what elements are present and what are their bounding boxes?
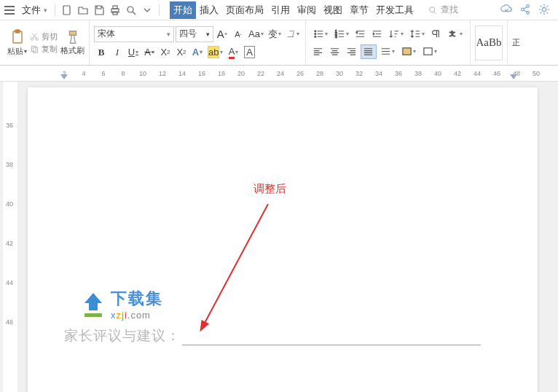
tab-layout[interactable]: 页面布局 [222, 1, 267, 19]
svg-rect-24 [424, 48, 432, 55]
svg-line-25 [204, 204, 268, 324]
underline-button[interactable]: U [126, 45, 141, 60]
svg-point-17 [315, 34, 316, 35]
tab-references[interactable]: 引用 [267, 1, 294, 19]
document-canvas: 363840424446 调整后 下载集 xzji.com 家长评议与建议： [0, 82, 558, 392]
search-placeholder: 查找 [441, 4, 458, 16]
arrow-annotation [195, 197, 297, 335]
text-effect-button[interactable]: A [190, 45, 205, 60]
font-group: 宋体 四号 A+ A- Aa 变 B I U A X2 X2 A ab A A [90, 20, 306, 65]
preview-icon[interactable] [124, 3, 138, 17]
strikethrough-button[interactable]: A [142, 45, 157, 60]
change-case-button[interactable]: Aa [247, 27, 265, 42]
cloud-share-icon[interactable] [519, 3, 532, 16]
paste-button[interactable]: 粘贴 [7, 28, 27, 57]
svg-point-5 [430, 7, 435, 12]
superscript-button[interactable]: X2 [158, 45, 173, 60]
format-painter-button[interactable]: 格式刷 [60, 29, 85, 56]
svg-rect-2 [113, 6, 117, 9]
ribbon: 粘贴 剪切 复制 格式刷 宋体 四号 A+ A- Aa 变 B I U A [0, 20, 558, 66]
svg-text:文: 文 [449, 30, 455, 37]
tab-sections[interactable]: 章节 [346, 1, 372, 19]
tab-developer[interactable]: 开发工具 [372, 1, 417, 19]
highlight-button[interactable]: ab [206, 45, 224, 60]
svg-rect-11 [15, 30, 20, 33]
svg-point-18 [315, 36, 316, 37]
menubar: 文件 开始 插入 页面布局 引用 审阅 视图 章节 开发工具 查找 [0, 0, 558, 20]
vertical-ruler[interactable]: 363840424446 [3, 82, 17, 392]
svg-text:3: 3 [335, 35, 337, 39]
svg-point-9 [542, 7, 546, 11]
increase-indent-button[interactable] [369, 27, 385, 42]
align-left-button[interactable] [310, 44, 326, 59]
svg-rect-0 [63, 6, 70, 15]
styles-group: AaBb [471, 20, 508, 65]
watermark: 下载集 xzji.com [79, 288, 163, 321]
horizontal-ruler[interactable]: 2468101214161820222426283032343638404244… [0, 66, 558, 82]
copy-button[interactable]: 复制 [30, 44, 58, 55]
tab-row: 开始 插入 页面布局 引用 审阅 视图 章节 开发工具 [170, 1, 417, 19]
cloud-sync-icon[interactable] [500, 3, 513, 16]
svg-point-16 [315, 31, 316, 32]
new-doc-icon[interactable] [60, 3, 74, 17]
underline-field[interactable] [182, 332, 481, 345]
style-preview[interactable]: AaBb [475, 26, 503, 60]
cut-button[interactable]: 剪切 [30, 31, 58, 42]
font-name-select[interactable]: 宋体 [94, 26, 174, 42]
svg-point-6 [522, 8, 524, 11]
svg-rect-26 [85, 313, 102, 317]
svg-point-12 [31, 38, 34, 40]
char-border-button[interactable]: A [242, 45, 256, 60]
styles-label: 正 [512, 37, 520, 48]
menu-icon[interactable] [4, 6, 15, 15]
tab-insert[interactable]: 插入 [196, 1, 222, 19]
show-marks-button[interactable] [428, 27, 444, 42]
paragraph-group: 123 文 [306, 20, 471, 65]
align-center-button[interactable] [327, 44, 343, 59]
subscript-button[interactable]: X2 [174, 45, 189, 60]
styles-label-group: 正 [508, 20, 524, 65]
cut-copy: 剪切 复制 [30, 31, 58, 55]
decrease-font-button[interactable]: A- [231, 27, 245, 42]
font-size-select[interactable]: 四号 [176, 26, 213, 42]
download-icon [79, 290, 108, 319]
tab-view[interactable]: 视图 [320, 1, 346, 19]
svg-rect-23 [403, 48, 411, 55]
align-justify-button[interactable] [361, 44, 377, 59]
page[interactable]: 调整后 下载集 xzji.com 家长评议与建议： [28, 87, 538, 392]
align-right-button[interactable] [344, 44, 360, 59]
annotation-text: 调整后 [254, 182, 286, 196]
separator [159, 4, 160, 16]
cloud-settings-icon[interactable] [538, 3, 551, 16]
body-text: 家长评议与建议： [64, 326, 181, 345]
print-icon[interactable] [108, 3, 122, 17]
document-body-line[interactable]: 家长评议与建议： [64, 326, 481, 345]
numbered-list-button[interactable]: 123 [331, 27, 352, 42]
line-spacing-button[interactable] [407, 27, 428, 42]
decrease-indent-button[interactable] [353, 27, 369, 42]
save-icon[interactable] [92, 3, 106, 17]
font-color-button[interactable]: A [226, 45, 240, 60]
svg-point-13 [36, 38, 38, 40]
phonetic-button[interactable]: 变 [267, 27, 283, 42]
watermark-url: xzji.com [111, 310, 163, 321]
tab-start[interactable]: 开始 [170, 1, 196, 19]
distribute-button[interactable] [377, 44, 398, 59]
border-button[interactable] [420, 44, 440, 59]
more-quick-icon[interactable] [140, 3, 154, 17]
bullet-list-button[interactable] [310, 27, 331, 42]
cloud-icons [500, 3, 551, 16]
clear-format-button[interactable] [284, 27, 301, 42]
file-menu[interactable]: 文件 [19, 2, 50, 18]
bold-button[interactable]: B [94, 45, 109, 60]
italic-button[interactable]: I [110, 45, 125, 60]
search-box[interactable]: 查找 [428, 4, 458, 16]
shading-button[interactable] [398, 44, 419, 59]
open-icon[interactable] [76, 3, 90, 17]
increase-font-button[interactable]: A+ [215, 27, 229, 42]
sort-button[interactable] [386, 27, 406, 42]
text-direction-button[interactable]: 文 [445, 27, 465, 42]
tab-review[interactable]: 审阅 [294, 1, 320, 19]
separator [55, 4, 55, 16]
svg-point-4 [127, 7, 133, 12]
